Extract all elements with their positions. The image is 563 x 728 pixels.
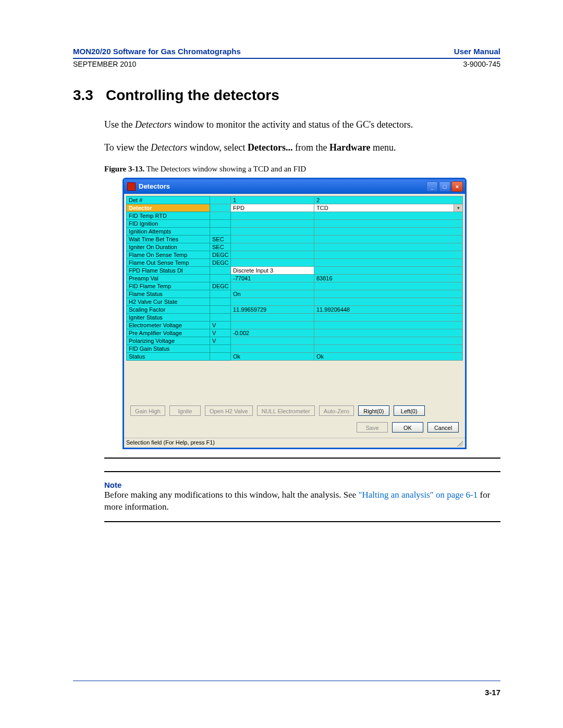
- screenshot: Detectors _ □ × Det #12DetectorFPDTCD▾FI…: [123, 178, 467, 449]
- detectors-table[interactable]: Det #12DetectorFPDTCD▾FID Temp RTDFID Ig…: [126, 196, 463, 361]
- row-val-2[interactable]: [314, 243, 463, 251]
- row-val-2[interactable]: [314, 344, 463, 352]
- row-label[interactable]: Polarizing Voltage: [127, 337, 210, 344]
- row-val-1[interactable]: On: [231, 290, 314, 298]
- row-detector[interactable]: Detector: [127, 204, 210, 212]
- window-title: Detectors: [139, 182, 170, 190]
- row-unit: [210, 290, 231, 298]
- row-val-2[interactable]: [314, 313, 463, 321]
- row-val-2[interactable]: [314, 212, 463, 219]
- row-label[interactable]: Flame Out Sense Temp: [127, 258, 210, 266]
- row-label[interactable]: Preamp Val: [127, 274, 210, 282]
- row-val-2[interactable]: 83816: [314, 274, 463, 282]
- ok-button[interactable]: OK: [392, 422, 423, 433]
- section-number: 3.3: [73, 87, 93, 104]
- detector-1-type[interactable]: FPD: [231, 204, 314, 212]
- row-label[interactable]: H2 Valve Cur State: [127, 298, 210, 305]
- row-val-1[interactable]: Discrete Input 3: [231, 266, 314, 274]
- row-val-1[interactable]: [231, 282, 314, 290]
- note-heading: Note: [104, 480, 500, 489]
- row-val-1[interactable]: [231, 251, 314, 258]
- resize-grip-icon[interactable]: [456, 439, 463, 447]
- row-val-1[interactable]: [231, 219, 314, 227]
- maximize-button[interactable]: □: [439, 181, 450, 192]
- row-val-1[interactable]: [231, 344, 314, 352]
- row-val-1[interactable]: 11.99659729: [231, 305, 314, 313]
- header-title-right: User Manual: [454, 47, 500, 56]
- row-label[interactable]: FID Flame Temp: [127, 282, 210, 290]
- row-val-2[interactable]: [314, 290, 463, 298]
- row-val-1[interactable]: [231, 227, 314, 235]
- left-0--button[interactable]: Left(0): [394, 405, 425, 416]
- row-label[interactable]: Scaling Factor: [127, 305, 210, 313]
- section-title: Controlling the detectors: [106, 87, 279, 104]
- titlebar[interactable]: Detectors _ □ ×: [124, 179, 465, 194]
- row-val-1[interactable]: -77041: [231, 274, 314, 282]
- row-label[interactable]: Flame Status: [127, 290, 210, 298]
- header-date: SEPTEMBER 2010: [73, 60, 136, 68]
- row-label[interactable]: FID Gain Status: [127, 344, 210, 352]
- save-button: Save: [357, 422, 388, 433]
- note-body: Before making any modifications to this …: [104, 489, 500, 513]
- row-label[interactable]: Wait Time Bet Tries: [127, 235, 210, 243]
- row-unit: [210, 344, 231, 352]
- divider: [104, 458, 500, 459]
- row-label[interactable]: Status: [127, 352, 210, 360]
- minimize-button[interactable]: _: [426, 181, 438, 192]
- detector-2-type-dropdown[interactable]: TCD▾: [314, 204, 463, 212]
- row-val-2[interactable]: [314, 337, 463, 344]
- col-1: 1: [231, 196, 314, 204]
- row-val-2[interactable]: [314, 329, 463, 337]
- row-unit: DEGC: [210, 251, 231, 258]
- footer-rule: [73, 681, 500, 681]
- row-val-1[interactable]: [231, 337, 314, 344]
- row-label[interactable]: FID Ignition: [127, 219, 210, 227]
- row-unit: [210, 305, 231, 313]
- row-val-2[interactable]: [314, 219, 463, 227]
- row-label[interactable]: Igniter Status: [127, 313, 210, 321]
- row-unit: [210, 227, 231, 235]
- row-label[interactable]: Pre Amplifier Voltage: [127, 329, 210, 337]
- row-val-1[interactable]: [231, 235, 314, 243]
- row-val-1[interactable]: [231, 243, 314, 251]
- row-val-2[interactable]: Ok: [314, 352, 463, 360]
- row-val-2[interactable]: [314, 227, 463, 235]
- row-val-2[interactable]: [314, 321, 463, 329]
- row-label[interactable]: FID Temp RTD: [127, 212, 210, 219]
- row-unit: V: [210, 329, 231, 337]
- row-val-1[interactable]: [231, 298, 314, 305]
- row-val-1[interactable]: -0.002: [231, 329, 314, 337]
- row-val-2[interactable]: [314, 266, 463, 274]
- row-val-2[interactable]: [314, 235, 463, 243]
- right-0--button[interactable]: Right(0): [358, 405, 389, 416]
- row-val-2[interactable]: [314, 258, 463, 266]
- detectors-window: Detectors _ □ × Det #12DetectorFPDTCD▾FI…: [123, 178, 467, 449]
- row-val-1[interactable]: [231, 313, 314, 321]
- page-header: MON20/20 Software for Gas Chromatographs…: [73, 47, 500, 59]
- row-label[interactable]: FPD Flame Status DI: [127, 266, 210, 274]
- row-unit: [210, 274, 231, 282]
- row-val-1[interactable]: [231, 212, 314, 219]
- row-label[interactable]: Flame On Sense Temp: [127, 251, 210, 258]
- divider: [104, 471, 500, 472]
- status-bar: Selection field (For Help, press F1): [124, 438, 465, 448]
- row-val-1[interactable]: Ok: [231, 352, 314, 360]
- chevron-down-icon[interactable]: ▾: [454, 204, 462, 212]
- section-heading: 3.3 Controlling the detectors: [73, 87, 500, 104]
- open-h2-valve-button: Open H2 Valve: [205, 405, 253, 416]
- row-val-1[interactable]: [231, 258, 314, 266]
- row-label[interactable]: Ignition Attempts: [127, 227, 210, 235]
- row-val-2[interactable]: [314, 251, 463, 258]
- row-val-2[interactable]: [314, 282, 463, 290]
- row-label[interactable]: Electrometer Voltage: [127, 321, 210, 329]
- close-button[interactable]: ×: [451, 181, 463, 192]
- note-link[interactable]: "Halting an analysis" on page 6-1: [359, 490, 478, 500]
- status-text: Selection field (For Help, press F1): [126, 439, 215, 447]
- row-val-2[interactable]: [314, 298, 463, 305]
- row-val-2[interactable]: 11.99206448: [314, 305, 463, 313]
- col-2: 2: [314, 196, 463, 204]
- row-unit: V: [210, 321, 231, 329]
- row-label[interactable]: Igniter On Duration: [127, 243, 210, 251]
- cancel-button[interactable]: Cancel: [427, 422, 459, 433]
- row-val-1[interactable]: [231, 321, 314, 329]
